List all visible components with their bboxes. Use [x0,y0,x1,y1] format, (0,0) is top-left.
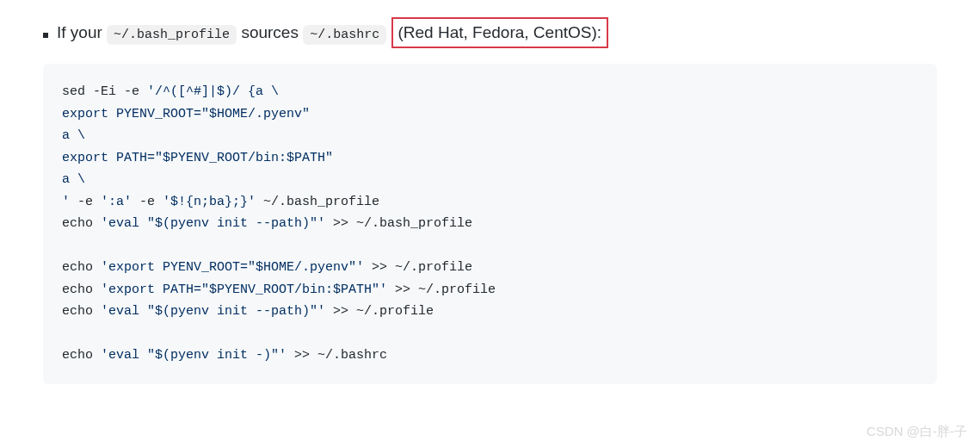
watermark: CSDN @白-胖-子 [866,424,967,440]
code-text: echo [62,304,101,319]
code-string: 'eval "$(pyenv init -)"' [101,348,287,363]
bullet-icon [43,33,48,38]
code-text: sed -Ei -e [62,84,147,99]
code-text: >> ~/.profile [364,260,472,275]
intro-prefix: If your [57,23,107,41]
code-text: echo [62,216,101,231]
intro-list-item: If your ~/.bash_profile sources ~/.bashr… [43,17,937,48]
distro-highlight: (Red Hat, Fedora, CentOS): [391,17,609,48]
inline-code-bashrc: ~/.bashrc [303,25,386,45]
intro-text: If your ~/.bash_profile sources ~/.bashr… [57,17,608,48]
code-string: export PYENV_ROOT="$HOME/.pyenv" [62,107,310,121]
code-text: -e [70,195,101,209]
code-string: ' [62,195,70,209]
code-text: >> ~/.profile [387,282,496,297]
code-string: 'export PYENV_ROOT="$HOME/.pyenv"' [101,260,364,275]
code-text: echo [62,282,101,297]
code-text: >> ~/.profile [325,304,434,319]
code-string: a \ [62,172,85,187]
code-string: 'export PATH="$PYENV_ROOT/bin:$PATH"' [101,282,387,297]
code-text: >> ~/.bash_profile [325,216,472,231]
code-string: ':a' [101,195,132,209]
code-string: 'eval "$(pyenv init --path)"' [101,216,325,231]
code-text: >> ~/.bashrc [287,348,387,363]
code-text: echo [62,260,101,275]
code-text: ~/.bash_profile [256,195,379,209]
code-string: '/^([^#]|$)/ {a \ [147,84,279,99]
code-string: export PATH="$PYENV_ROOT/bin:$PATH" [62,151,333,165]
inline-code-bash-profile: ~/.bash_profile [107,25,237,45]
code-string: a \ [62,128,85,143]
code-string: 'eval "$(pyenv init --path)"' [101,304,325,319]
code-block: sed -Ei -e '/^([^#]|$)/ {a \ export PYEN… [43,64,937,384]
code-text: -e [132,195,163,209]
intro-middle: sources [241,23,303,41]
code-text: echo [62,348,101,363]
code-string: '$!{n;ba};}' [163,195,256,209]
